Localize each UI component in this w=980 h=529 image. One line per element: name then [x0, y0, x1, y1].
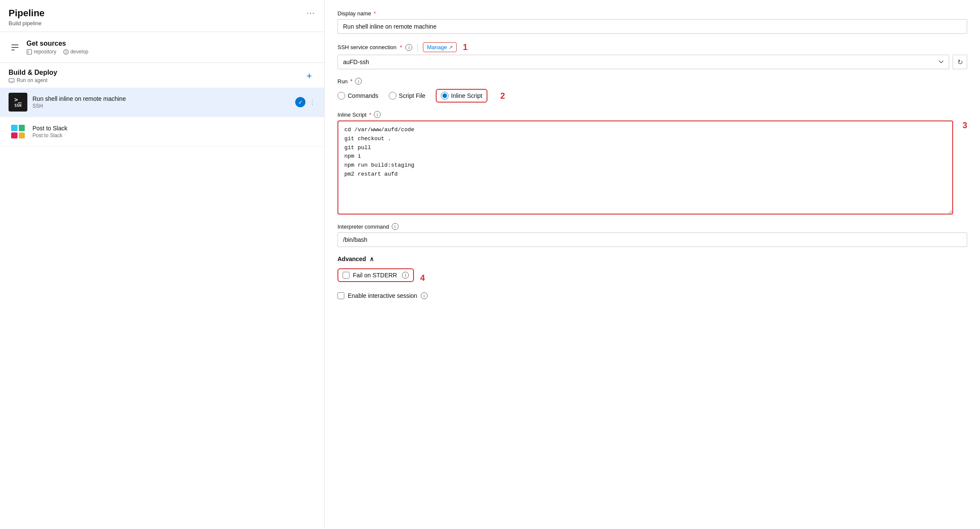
run-info-icon: i: [355, 78, 362, 85]
task-item-slack[interactable]: Post to Slack Post to Slack: [0, 117, 324, 147]
inline-script-group: Inline Script * i cd /var/www/aufd/code …: [337, 111, 967, 215]
build-deploy-info: Build & Deploy Run on agent: [9, 69, 57, 83]
run-label: Run: [337, 78, 348, 85]
pipeline-title: Pipeline: [9, 8, 44, 19]
run-radio-group: Commands Script File Inline Script 2: [337, 89, 967, 103]
interpreter-group: Interpreter command i: [337, 223, 967, 247]
fail-stderr-checkbox-label[interactable]: Fail on STDERR i: [337, 268, 414, 282]
advanced-section: Advanced ∧ Fail on STDERR i 4 Enable int…: [337, 256, 967, 299]
fail-stderr-info-icon: i: [402, 272, 409, 279]
task-item-ssh[interactable]: >_SSH Run shell inline on remote machine…: [0, 88, 324, 117]
svg-rect-7: [9, 79, 14, 82]
required-star-4: *: [369, 112, 371, 118]
more-options-button[interactable]: ⋯: [306, 8, 316, 18]
badge-4: 4: [420, 273, 425, 283]
badge-2: 2: [500, 91, 505, 101]
interpreter-info-icon: i: [392, 223, 399, 230]
enable-interactive-row: Enable interactive session i: [337, 292, 967, 299]
radio-commands-label: Commands: [348, 92, 379, 99]
fail-stderr-row: Fail on STDERR i 4: [337, 268, 967, 287]
task-ssh-actions: ✓ ⋮: [295, 97, 316, 107]
display-name-label: Display name *: [337, 10, 967, 17]
task-ssh-info: Run shell inline on remote machine SSH: [32, 95, 290, 109]
display-name-group: Display name *: [337, 10, 967, 34]
interpreter-input[interactable]: [337, 232, 967, 247]
manage-link[interactable]: Manage ↗: [423, 42, 457, 52]
chevron-up-icon: ∧: [370, 256, 374, 262]
task-check-icon: ✓: [295, 97, 305, 107]
ssh-select[interactable]: auFD-ssh: [337, 55, 949, 69]
repository-label: repository: [26, 49, 56, 55]
advanced-label: Advanced: [337, 256, 366, 262]
task-ssh-sub: SSH: [32, 103, 290, 109]
build-deploy-section: Build & Deploy Run on agent +: [0, 63, 324, 88]
fail-stderr-label: Fail on STDERR: [353, 272, 397, 279]
refresh-button[interactable]: ↻: [953, 55, 967, 69]
task-slack-name: Post to Slack: [32, 125, 316, 132]
fail-stderr-checkbox[interactable]: [343, 272, 349, 279]
add-task-button[interactable]: +: [303, 70, 316, 82]
build-deploy-label: Build & Deploy: [9, 69, 57, 76]
pipeline-header: Pipeline Build pipeline ⋯: [0, 0, 324, 32]
task-slack-info: Post to Slack Post to Slack: [32, 125, 316, 138]
ssh-icon: >_SSH: [9, 93, 27, 112]
radio-commands-input[interactable]: [337, 92, 345, 100]
left-panel: Pipeline Build pipeline ⋯ Get sources re…: [0, 0, 325, 529]
pipeline-header-left: Pipeline Build pipeline: [9, 8, 44, 26]
ssh-service-label: SSH service connection: [337, 44, 396, 50]
enable-interactive-checkbox[interactable]: [337, 292, 344, 299]
right-panel: Display name * SSH service connection * …: [325, 0, 980, 529]
radio-inline-script[interactable]: Inline Script: [436, 89, 487, 103]
task-slack-sub: Post to Slack: [32, 132, 316, 138]
required-star-3: *: [350, 78, 352, 85]
inline-script-label-row: Inline Script * i: [337, 111, 967, 118]
radio-commands[interactable]: Commands: [337, 92, 379, 100]
svg-rect-3: [27, 50, 32, 54]
radio-script-file[interactable]: Script File: [389, 92, 425, 100]
get-sources-label: Get sources: [26, 40, 88, 47]
required-star-2: *: [400, 44, 402, 51]
display-name-input[interactable]: [337, 19, 967, 34]
run-label-row: Run * i: [337, 78, 967, 85]
pipeline-subtitle: Build pipeline: [9, 20, 44, 26]
get-sources-icon: [9, 41, 21, 54]
slack-icon: [9, 122, 27, 141]
radio-inline-script-label: Inline Script: [451, 92, 482, 99]
radio-script-file-input[interactable]: [389, 92, 396, 100]
task-ssh-name: Run shell inline on remote machine: [32, 95, 290, 102]
ssh-dropdown-row: auFD-ssh ↻: [337, 55, 967, 69]
inline-script-textarea[interactable]: cd /var/www/aufd/code git checkout . git…: [337, 120, 953, 215]
inline-script-info-icon: i: [374, 111, 381, 118]
badge-3: 3: [962, 120, 967, 130]
radio-script-file-label: Script File: [399, 92, 425, 99]
ssh-info-icon: i: [405, 44, 412, 51]
get-sources-section: Get sources repository develop: [0, 32, 324, 62]
required-star-1: *: [374, 10, 376, 17]
get-sources-info: Get sources repository develop: [26, 40, 88, 55]
drag-icon[interactable]: ⋮: [309, 98, 316, 106]
ssh-service-group: SSH service connection * i Manage ↗ 1 au…: [337, 42, 967, 69]
run-group: Run * i Commands Script File Inline Scri…: [337, 78, 967, 103]
run-on-agent-label: Run on agent: [9, 77, 57, 83]
ssh-connection-row: SSH service connection * i Manage ↗ 1: [337, 42, 967, 52]
badge-1: 1: [463, 42, 467, 52]
advanced-header[interactable]: Advanced ∧: [337, 256, 967, 262]
enable-interactive-info-icon: i: [421, 292, 428, 299]
separator: [417, 44, 418, 51]
interpreter-label: Interpreter command i: [337, 223, 967, 230]
manage-external-icon: ↗: [449, 44, 453, 50]
enable-interactive-label: Enable interactive session: [348, 292, 417, 299]
get-sources-meta: repository develop: [26, 49, 88, 55]
radio-inline-script-input[interactable]: [441, 92, 449, 100]
develop-label: develop: [63, 49, 88, 55]
